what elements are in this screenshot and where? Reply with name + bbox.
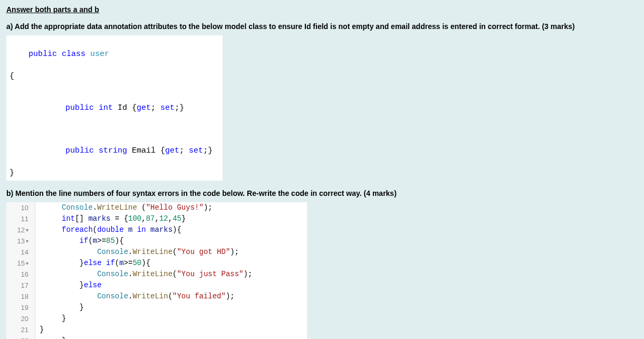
code-token: ( <box>88 237 92 245</box>
code-token: ){ <box>115 237 124 245</box>
code-row: 13 ▾ if(m>=85){ <box>6 236 307 247</box>
code-line: { <box>9 71 219 82</box>
code-token: WriteLin <box>132 292 168 300</box>
code-token: else <box>84 259 102 267</box>
code-line: } <box>35 313 307 324</box>
code-token: Id { <box>113 103 137 112</box>
instruction-header: Answer both parts a and b <box>6 5 638 14</box>
code-token: Console <box>97 248 128 256</box>
code-token: WriteLine <box>132 248 172 256</box>
code-token: "You got HD" <box>177 248 230 256</box>
code-token: class <box>62 50 85 59</box>
code-token: set <box>189 146 203 155</box>
code-token: } <box>62 314 66 323</box>
code-row: 16 Console.WriteLine("You just Pass"); <box>6 269 307 280</box>
line-number-gutter: 18 <box>6 291 35 302</box>
code-token: Console <box>62 203 93 212</box>
code-token: } <box>62 336 66 339</box>
line-number-gutter: 20 <box>6 313 35 324</box>
code-row: 17 }else <box>6 280 307 291</box>
code-token: 50 <box>132 259 141 267</box>
code-row: 12 ▾foreach(double m in marks){ <box>6 224 307 236</box>
code-line: if(m>=85){ <box>35 236 307 247</box>
fold-icon[interactable]: ▾ <box>26 237 28 245</box>
code-token: ); <box>244 270 253 278</box>
code-token: string <box>99 146 127 155</box>
line-number-gutter: 21 <box>6 324 35 335</box>
code-line: Console.WriteLine("You got HD"); <box>35 247 307 258</box>
code-token: 45 <box>172 214 181 223</box>
code-token: ( <box>93 225 97 234</box>
code-token: >= <box>97 237 106 245</box>
code-token: Email { <box>127 146 165 155</box>
code-row: 14 Console.WriteLine("You got HD"); <box>6 247 307 258</box>
code-token: ){ <box>141 259 150 267</box>
code-line: } <box>9 167 219 178</box>
code-token: } <box>80 259 84 267</box>
code-token: get <box>165 146 179 155</box>
code-token: , <box>141 214 146 223</box>
fold-icon[interactable]: ▾ <box>26 259 28 267</box>
code-token: in <box>137 225 146 234</box>
code-token: m <box>119 259 123 267</box>
code-row: 15 ▾ }else if(m>=50){ <box>6 258 307 269</box>
code-token: ); <box>204 203 213 212</box>
code-token: "You just Pass" <box>177 270 243 278</box>
code-token: } <box>181 214 186 223</box>
code-line: Console.WriteLine("You just Pass"); <box>35 269 307 280</box>
line-number-gutter: 17 <box>6 280 35 291</box>
code-token: ); <box>230 248 239 256</box>
line-number-gutter: 15 ▾ <box>6 258 35 269</box>
code-token: 100 <box>128 214 141 223</box>
code-token: if <box>80 237 89 245</box>
code-token: if <box>106 259 115 267</box>
code-line: } <box>35 335 307 339</box>
fold-icon[interactable]: ▾ <box>26 226 28 234</box>
code-token: set <box>160 103 175 112</box>
code-token: ;} <box>203 146 213 155</box>
code-token: WriteLine <box>97 203 137 212</box>
code-token <box>102 259 106 267</box>
code-token: 87 <box>146 214 155 223</box>
code-token: marks <box>150 225 172 234</box>
code-line: } <box>35 324 307 335</box>
code-token: ); <box>226 292 235 300</box>
line-number-gutter: 19 <box>6 302 35 313</box>
line-number-gutter: 13 ▾ <box>6 236 35 247</box>
code-token: , <box>155 214 159 223</box>
code-token: else <box>84 281 102 289</box>
code-token: } <box>40 325 44 334</box>
code-token: public <box>28 50 57 59</box>
line-number-gutter: 16 <box>6 269 35 280</box>
code-token: ;} <box>175 103 184 112</box>
code-token: >= <box>124 259 133 267</box>
code-token <box>132 225 137 234</box>
code-token: } <box>80 303 84 312</box>
code-token <box>124 225 128 234</box>
line-number-gutter: 10 <box>6 202 35 213</box>
code-token: m <box>93 237 97 245</box>
code-row: 11int[] marks = {100,87,12,45} <box>6 213 307 224</box>
code-token: int <box>62 214 75 223</box>
code-row: 22} <box>6 335 307 339</box>
code-token: . <box>93 203 97 212</box>
code-token: ; <box>179 146 189 155</box>
code-token: Console <box>97 292 128 300</box>
code-token: public <box>65 146 94 155</box>
code-token: get <box>137 103 151 112</box>
code-token: foreach <box>62 225 93 234</box>
code-block-a: public class user { public int Id {get; … <box>6 35 223 181</box>
code-line: int[] marks = {100,87,12,45} <box>35 213 307 224</box>
code-token: ( <box>137 203 146 212</box>
line-number-gutter: 22 <box>6 335 35 339</box>
code-token: ){ <box>172 225 181 234</box>
code-token: ( <box>168 292 172 300</box>
code-row: 19 } <box>6 302 307 313</box>
code-token: Console <box>97 270 128 278</box>
code-token: int <box>99 103 113 112</box>
code-row: 21} <box>6 324 307 335</box>
code-token: marks <box>88 214 110 223</box>
code-line: }else if(m>=50){ <box>35 258 307 269</box>
code-line: }else <box>35 280 307 291</box>
code-token: double <box>97 225 123 234</box>
